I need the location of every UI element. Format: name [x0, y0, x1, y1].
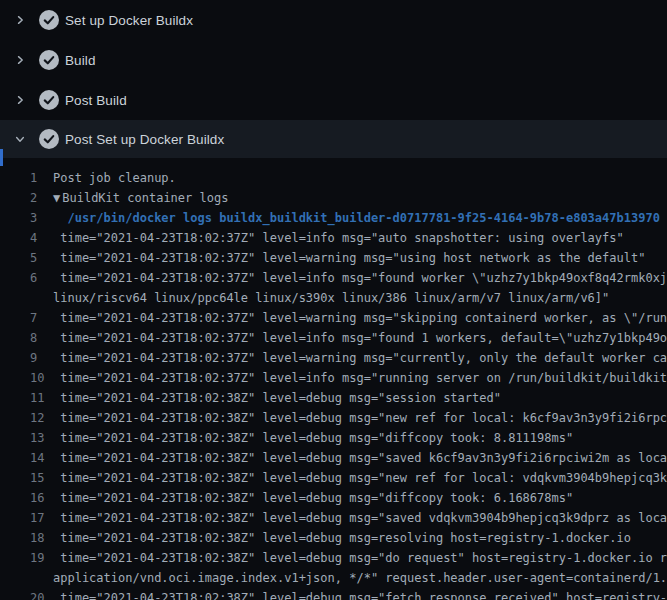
- step-title: Set up Docker Buildx: [65, 13, 193, 28]
- check-circle-icon: [39, 90, 59, 110]
- log-line-number[interactable]: 8: [30, 328, 53, 348]
- log-line-text: time="2021-04-23T18:02:37Z" level=warnin…: [53, 348, 667, 368]
- check-circle-icon: [39, 129, 59, 149]
- log-line-number[interactable]: 2: [30, 188, 53, 208]
- log-line-number[interactable]: 13: [30, 428, 53, 448]
- log-line-text: time="2021-04-23T18:02:37Z" level=info m…: [53, 328, 667, 348]
- log-line[interactable]: 14 time="2021-04-23T18:02:38Z" level=deb…: [0, 448, 667, 468]
- log-line-text: time="2021-04-23T18:02:38Z" level=debug …: [53, 428, 573, 448]
- log-line-text: time="2021-04-23T18:02:38Z" level=debug …: [53, 528, 631, 548]
- log-line-text: time="2021-04-23T18:02:38Z" level=debug …: [53, 448, 667, 468]
- log-line-text: /usr/bin/docker logs buildx_buildkit_bui…: [53, 208, 660, 228]
- log-line-number[interactable]: 11: [30, 388, 53, 408]
- log-line[interactable]: 19 time="2021-04-23T18:02:38Z" level=deb…: [0, 548, 667, 568]
- log-line-text: time="2021-04-23T18:02:37Z" level=info m…: [53, 368, 667, 388]
- step-header-post-build[interactable]: Post Build: [0, 80, 667, 120]
- log-line-number[interactable]: 14: [30, 448, 53, 468]
- log-line[interactable]: 11 time="2021-04-23T18:02:38Z" level=deb…: [0, 388, 667, 408]
- log-line-text: time="2021-04-23T18:02:38Z" level=debug …: [53, 588, 667, 600]
- log-line-number[interactable]: 4: [30, 228, 53, 248]
- log-line-number[interactable]: 5: [30, 248, 53, 268]
- log-line-number[interactable]: 10: [30, 368, 53, 388]
- log-line[interactable]: 13 time="2021-04-23T18:02:38Z" level=deb…: [0, 428, 667, 448]
- step-title: Post Set up Docker Buildx: [65, 132, 224, 147]
- step-header-setup-docker-buildx[interactable]: Set up Docker Buildx: [0, 0, 667, 40]
- log-line[interactable]: 16 time="2021-04-23T18:02:38Z" level=deb…: [0, 488, 667, 508]
- log-line[interactable]: 8 time="2021-04-23T18:02:37Z" level=info…: [0, 328, 667, 348]
- log-line[interactable]: 3 /usr/bin/docker logs buildx_buildkit_b…: [0, 208, 667, 228]
- log-line-text: time="2021-04-23T18:02:38Z" level=debug …: [53, 488, 573, 508]
- log-line-number[interactable]: 6: [30, 268, 53, 288]
- log-line-number[interactable]: 17: [30, 508, 53, 528]
- log-line-text: time="2021-04-23T18:02:37Z" level=info m…: [53, 268, 667, 288]
- check-circle-icon: [39, 10, 59, 30]
- log-line-number[interactable]: 16: [30, 488, 53, 508]
- log-line-text: time="2021-04-23T18:02:38Z" level=debug …: [53, 388, 501, 408]
- chevron-down-icon[interactable]: [13, 132, 27, 146]
- step-header-post-setup-docker-buildx[interactable]: Post Set up Docker Buildx: [0, 120, 667, 158]
- step-title: Post Build: [65, 93, 127, 108]
- step-title: Build: [65, 53, 96, 68]
- chevron-right-icon[interactable]: [13, 93, 27, 107]
- log-line-number[interactable]: 7: [30, 308, 53, 328]
- chevron-right-icon[interactable]: [13, 53, 27, 67]
- log-line-number[interactable]: 15: [30, 468, 53, 488]
- log-group-toggle-icon[interactable]: ▼: [53, 188, 60, 208]
- log-line-number[interactable]: 1: [30, 168, 53, 188]
- log-viewer: 1 Post job cleanup. 2 ▼BuildKit containe…: [0, 158, 667, 600]
- log-line-number[interactable]: 19: [30, 548, 53, 568]
- log-line-text: BuildKit container logs: [62, 188, 228, 208]
- log-line[interactable]: 10 time="2021-04-23T18:02:37Z" level=inf…: [0, 368, 667, 388]
- log-line-number[interactable]: 9: [30, 348, 53, 368]
- log-line-text: time="2021-04-23T18:02:38Z" level=debug …: [53, 548, 667, 568]
- log-line-text: time="2021-04-23T18:02:37Z" level=warnin…: [53, 248, 645, 268]
- log-line-number[interactable]: [30, 288, 53, 308]
- log-line[interactable]: 7 time="2021-04-23T18:02:37Z" level=warn…: [0, 308, 667, 328]
- log-line[interactable]: 12 time="2021-04-23T18:02:38Z" level=deb…: [0, 408, 667, 428]
- log-line[interactable]: 17 time="2021-04-23T18:02:38Z" level=deb…: [0, 508, 667, 528]
- log-line-number[interactable]: [30, 568, 53, 588]
- log-line-text: time="2021-04-23T18:02:37Z" level=warnin…: [53, 308, 667, 328]
- log-line[interactable]: 15 time="2021-04-23T18:02:38Z" level=deb…: [0, 468, 667, 488]
- log-line[interactable]: application/vnd.oci.image.index.v1+json,…: [0, 568, 667, 588]
- log-line[interactable]: 18 time="2021-04-23T18:02:38Z" level=deb…: [0, 528, 667, 548]
- log-line-number[interactable]: 18: [30, 528, 53, 548]
- focus-accent-bar: [0, 149, 3, 166]
- log-line-number[interactable]: 20: [30, 588, 53, 600]
- log-line-text: linux/riscv64 linux/ppc64le linux/s390x …: [53, 288, 609, 308]
- log-line-text: time="2021-04-23T18:02:38Z" level=debug …: [53, 508, 667, 528]
- log-line-text: time="2021-04-23T18:02:38Z" level=debug …: [53, 408, 667, 428]
- check-circle-icon: [39, 50, 59, 70]
- log-line-number[interactable]: 3: [30, 208, 53, 228]
- log-line[interactable]: 9 time="2021-04-23T18:02:37Z" level=warn…: [0, 348, 667, 368]
- log-line-text: Post job cleanup.: [53, 168, 176, 188]
- log-line[interactable]: 2 ▼BuildKit container logs: [0, 188, 667, 208]
- log-line[interactable]: linux/riscv64 linux/ppc64le linux/s390x …: [0, 288, 667, 308]
- step-header-build[interactable]: Build: [0, 40, 667, 80]
- log-line-text: time="2021-04-23T18:02:38Z" level=debug …: [53, 468, 667, 488]
- log-line[interactable]: 5 time="2021-04-23T18:02:37Z" level=warn…: [0, 248, 667, 268]
- log-line-text: time="2021-04-23T18:02:37Z" level=info m…: [53, 228, 624, 248]
- log-line-number[interactable]: 12: [30, 408, 53, 428]
- chevron-right-icon[interactable]: [13, 13, 27, 27]
- log-line-text: application/vnd.oci.image.index.v1+json,…: [53, 568, 667, 588]
- log-line[interactable]: 1 Post job cleanup.: [0, 168, 667, 188]
- log-line[interactable]: 6 time="2021-04-23T18:02:37Z" level=info…: [0, 268, 667, 288]
- log-line[interactable]: 4 time="2021-04-23T18:02:37Z" level=info…: [0, 228, 667, 248]
- log-line[interactable]: 20 time="2021-04-23T18:02:38Z" level=deb…: [0, 588, 667, 600]
